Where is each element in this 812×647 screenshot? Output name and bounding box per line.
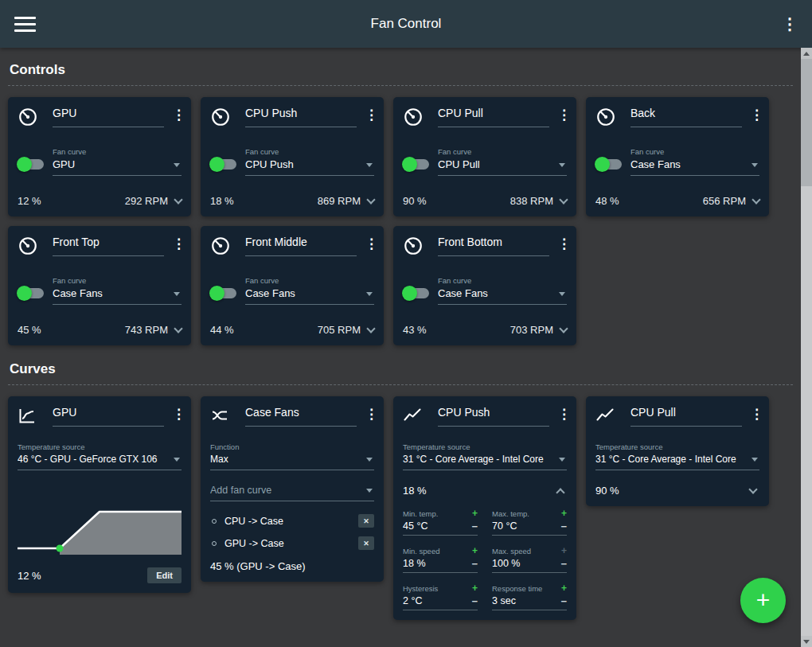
fan-enabled-toggle[interactable] — [403, 282, 438, 298]
decrease-button[interactable]: − — [560, 596, 567, 606]
curve-name-input[interactable]: GPU — [53, 406, 164, 427]
fan-enabled-toggle[interactable] — [210, 153, 245, 170]
increase-button[interactable]: + — [561, 509, 567, 518]
toggle-thumb — [402, 286, 417, 301]
gauge-icon — [595, 107, 616, 127]
remove-curve-button[interactable]: ✕ — [358, 536, 374, 550]
more-options-icon[interactable]: ⋮ — [782, 14, 798, 33]
expand-chevron-icon[interactable] — [174, 195, 182, 204]
fan-percent: 43 % — [403, 324, 427, 336]
curve-card-gpu[interactable]: GPU ⋮ Temperature source 46 °C - GPU - G… — [8, 396, 191, 593]
remove-curve-button[interactable]: ✕ — [358, 514, 374, 528]
increase-button[interactable]: + — [472, 509, 478, 518]
scrollbar[interactable] — [801, 48, 812, 647]
function-label: Function — [210, 442, 361, 451]
increase-button[interactable]: + — [472, 583, 478, 593]
fan-name: Front Top — [53, 236, 100, 248]
kebab-menu-icon[interactable]: ⋮ — [365, 236, 374, 253]
expand-chevron-icon[interactable] — [751, 195, 760, 204]
temperature-source-select[interactable]: Temperature source 31 °C - Core Average … — [403, 442, 567, 470]
control-card-back[interactable]: Back ⋮ Fan curve Case Fans 48 % 656 RPM — [586, 97, 769, 216]
control-card-cpu-pull[interactable]: CPU Pull ⋮ Fan curve CPU Pull 90 % 838 R… — [393, 97, 576, 216]
fan-enabled-toggle[interactable] — [18, 153, 53, 170]
expand-chevron-icon[interactable] — [174, 324, 182, 333]
curve-card-case-fans[interactable]: Case Fans ⋮ Function Max Add fan curve C… — [201, 396, 384, 582]
fan-name-input[interactable]: Front Top — [53, 236, 164, 256]
fan-curve-select[interactable]: Fan curve Case Fans — [630, 147, 759, 176]
kebab-menu-icon[interactable]: ⋮ — [557, 406, 567, 423]
fan-name: Back — [630, 107, 655, 119]
kebab-menu-icon[interactable]: ⋮ — [750, 107, 759, 124]
fan-name-input[interactable]: Front Middle — [245, 236, 357, 256]
fan-curve-select[interactable]: Fan curve Case Fans — [53, 276, 182, 305]
expand-chevron-icon[interactable] — [366, 324, 375, 333]
scrollbar-thumb[interactable] — [801, 59, 812, 186]
decrease-button[interactable]: − — [471, 521, 478, 532]
fan-name-input[interactable]: CPU Push — [245, 107, 357, 127]
fan-enabled-toggle[interactable] — [210, 282, 245, 298]
temperature-source-select[interactable]: Temperature source 46 °C - GPU - GeForce… — [18, 442, 182, 470]
kebab-menu-icon[interactable]: ⋮ — [557, 107, 567, 124]
increase-button[interactable]: + — [561, 583, 567, 593]
toggle-thumb — [17, 157, 32, 172]
scroll-down-button[interactable] — [801, 636, 812, 647]
gauge-icon — [18, 107, 38, 127]
menu-icon[interactable] — [14, 17, 36, 32]
fan-name-input[interactable]: Front Bottom — [438, 236, 549, 256]
collapse-chevron-icon[interactable] — [556, 488, 564, 497]
decrease-button[interactable]: − — [560, 521, 567, 532]
kebab-menu-icon[interactable]: ⋮ — [172, 107, 182, 124]
decrease-button[interactable]: − — [471, 596, 478, 606]
fan-enabled-toggle[interactable] — [18, 282, 53, 298]
kebab-menu-icon[interactable]: ⋮ — [750, 406, 759, 423]
control-card-front-top[interactable]: Front Top ⋮ Fan curve Case Fans 45 % 743… — [8, 226, 191, 345]
fan-name-input[interactable]: CPU Pull — [438, 107, 549, 127]
control-card-front-middle[interactable]: Front Middle ⋮ Fan curve Case Fans 44 % … — [201, 226, 384, 345]
control-card-gpu[interactable]: GPU ⋮ Fan curve GPU 12 % 292 RPM — [8, 97, 191, 216]
curve-name-input[interactable]: CPU Pull — [630, 406, 742, 427]
increase-button[interactable]: + — [472, 546, 478, 555]
fan-curve-select[interactable]: Fan curve CPU Push — [245, 147, 374, 176]
fan-name-input[interactable]: Back — [630, 107, 742, 127]
fan-curve-label: Fan curve — [245, 147, 361, 156]
param-label: Min. speed — [403, 547, 439, 555]
function-select[interactable]: Function Max — [210, 442, 374, 470]
curve-name-input[interactable]: CPU Push — [438, 406, 549, 427]
expand-chevron-icon[interactable] — [366, 195, 375, 204]
increase-button[interactable]: + — [561, 546, 567, 555]
kebab-menu-icon[interactable]: ⋮ — [365, 107, 374, 124]
control-card-front-bottom[interactable]: Front Bottom ⋮ Fan curve Case Fans 43 % … — [393, 226, 576, 345]
fan-rpm: 703 RPM — [510, 324, 553, 336]
edit-button[interactable]: Edit — [147, 567, 182, 583]
control-card-cpu-push[interactable]: CPU Push ⋮ Fan curve CPU Push 18 % 869 R… — [201, 97, 384, 216]
param-value: 45 °C — [403, 520, 427, 532]
decrease-button[interactable]: − — [471, 559, 478, 569]
kebab-menu-icon[interactable]: ⋮ — [365, 406, 374, 423]
add-fan-curve-select[interactable]: Add fan curve — [210, 485, 374, 501]
fan-curve-select[interactable]: Fan curve CPU Pull — [438, 147, 567, 176]
curve-name-input[interactable]: Case Fans — [245, 406, 357, 427]
curve-card-cpu-pull[interactable]: CPU Pull ⋮ Temperature source 31 °C - Co… — [586, 396, 769, 506]
fan-name: CPU Pull — [438, 107, 483, 119]
kebab-menu-icon[interactable]: ⋮ — [172, 236, 182, 253]
curve-card-cpu-push[interactable]: CPU Push ⋮ Temperature source 31 °C - Co… — [393, 396, 576, 620]
temperature-source-select[interactable]: Temperature source 31 °C - Core Average … — [595, 442, 759, 470]
expand-chevron-icon[interactable] — [748, 485, 757, 493]
param-min-speed: Min. speed+ 18 %− — [403, 546, 478, 573]
fan-curve-select[interactable]: Fan curve GPU — [53, 147, 182, 176]
fan-enabled-toggle[interactable] — [595, 153, 630, 170]
fan-name-input[interactable]: GPU — [53, 107, 164, 127]
kebab-menu-icon[interactable]: ⋮ — [557, 236, 567, 253]
fan-curve-select[interactable]: Fan curve Case Fans — [438, 276, 567, 305]
fan-curve-select[interactable]: Fan curve Case Fans — [245, 276, 374, 305]
expand-chevron-icon[interactable] — [559, 195, 568, 204]
scroll-up-button[interactable] — [801, 48, 812, 59]
fan-rpm: 869 RPM — [318, 195, 361, 207]
kebab-menu-icon[interactable]: ⋮ — [172, 406, 182, 423]
expand-chevron-icon[interactable] — [559, 324, 568, 333]
fan-enabled-toggle[interactable] — [403, 153, 438, 170]
fan-curve-graph[interactable] — [18, 485, 182, 555]
decrease-button[interactable]: − — [560, 559, 567, 569]
add-button[interactable]: + — [740, 578, 786, 623]
chevron-down-icon — [751, 163, 758, 167]
